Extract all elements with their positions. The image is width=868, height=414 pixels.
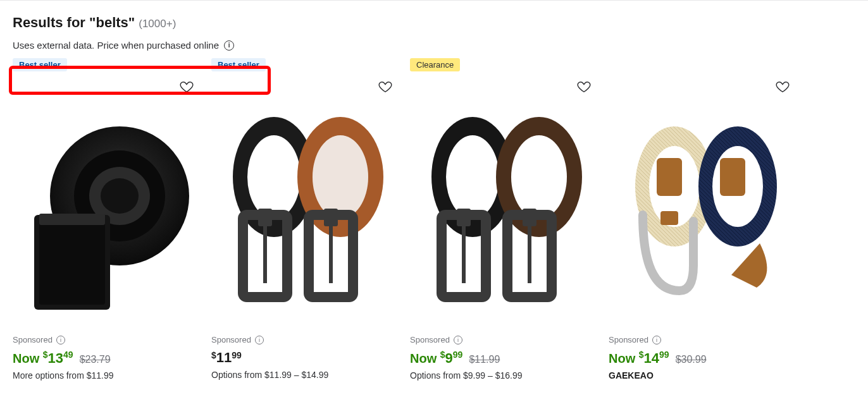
svg-rect-11 xyxy=(263,226,267,283)
svg-point-19 xyxy=(446,135,499,219)
svg-point-8 xyxy=(247,135,301,219)
options-text: Options from $9.99 – $16.99 xyxy=(410,370,598,381)
belt-image-classic-pair xyxy=(220,82,391,316)
heart-icon[interactable] xyxy=(378,80,394,95)
results-query: "belts" xyxy=(89,15,135,30)
data-notice-text: Uses external data. Price when purchased… xyxy=(13,40,219,51)
brand-name: GAEKEAO xyxy=(609,370,797,381)
options-text: More options from $11.99 xyxy=(13,370,201,381)
info-icon[interactable]: i xyxy=(255,336,264,344)
svg-point-14 xyxy=(313,135,368,219)
svg-rect-17 xyxy=(329,226,333,283)
sponsored-row: Sponsored i xyxy=(609,335,797,344)
sponsored-label: Sponsored xyxy=(609,335,648,344)
product-card[interactable]: Sponsored i Now $1499 $30.99 GAEKEAO xyxy=(609,58,797,381)
results-header: Results for "belts" (1000+) xyxy=(13,15,855,31)
svg-rect-6 xyxy=(39,214,105,225)
svg-point-3 xyxy=(101,178,139,214)
info-icon[interactable]: i xyxy=(56,336,65,344)
price-strike: $30.99 xyxy=(676,354,707,365)
price-strike: $23.79 xyxy=(80,354,111,365)
svg-rect-32 xyxy=(657,158,682,196)
bestseller-badge: Best seller xyxy=(211,58,266,71)
heart-icon[interactable] xyxy=(180,80,195,95)
price: $1199 xyxy=(211,350,242,366)
sponsored-label: Sponsored xyxy=(13,335,53,344)
info-icon[interactable]: i xyxy=(454,336,462,344)
product-image[interactable] xyxy=(410,76,598,322)
svg-rect-33 xyxy=(660,211,678,225)
price-now: Now $1499 xyxy=(609,350,669,367)
svg-rect-21 xyxy=(457,209,471,226)
results-title: Results for "belts" xyxy=(13,15,135,31)
svg-rect-5 xyxy=(39,220,105,305)
svg-rect-27 xyxy=(528,226,531,283)
svg-point-24 xyxy=(511,135,567,219)
belt-image-ratchet xyxy=(22,82,192,316)
data-notice-row: Uses external data. Price when purchased… xyxy=(13,40,855,51)
belt-image-dark-pair xyxy=(419,82,590,316)
price-strike: $11.99 xyxy=(469,354,500,365)
product-image[interactable] xyxy=(13,76,201,322)
sponsored-label: Sponsored xyxy=(211,335,251,344)
svg-rect-10 xyxy=(258,209,272,226)
bestseller-badge: Best seller xyxy=(13,58,67,71)
svg-rect-26 xyxy=(523,209,536,226)
info-icon[interactable]: i xyxy=(652,336,661,344)
price-now: Now $999 xyxy=(410,350,462,367)
clearance-badge: Clearance xyxy=(410,58,460,71)
price-now: Now $1349 xyxy=(13,350,73,367)
svg-rect-22 xyxy=(462,226,466,283)
sponsored-row: Sponsored i xyxy=(13,335,201,344)
products-grid: Best seller xyxy=(13,58,855,381)
results-count: (1000+) xyxy=(139,18,176,30)
belt-image-woven-pair xyxy=(617,82,788,316)
product-card[interactable]: Best seller xyxy=(13,58,201,381)
svg-rect-36 xyxy=(720,158,745,196)
product-image[interactable] xyxy=(211,76,400,322)
results-prefix: Results for xyxy=(13,15,89,30)
heart-icon[interactable] xyxy=(577,80,592,95)
svg-rect-16 xyxy=(324,209,338,226)
sponsored-row: Sponsored i xyxy=(211,335,400,344)
sponsored-label: Sponsored xyxy=(410,335,450,344)
info-icon[interactable]: i xyxy=(224,40,234,51)
product-card[interactable]: Clearance xyxy=(410,58,598,381)
options-text: Options from $11.99 – $14.99 xyxy=(211,370,400,380)
product-card[interactable]: Best seller xyxy=(211,58,400,381)
product-image[interactable] xyxy=(609,76,797,322)
heart-icon[interactable] xyxy=(776,80,791,95)
sponsored-row: Sponsored i xyxy=(410,335,598,344)
